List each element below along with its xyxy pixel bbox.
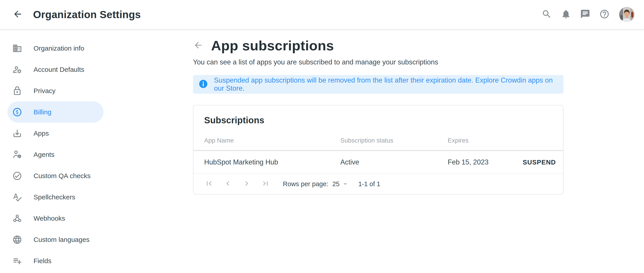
page-title: Organization Settings [33, 9, 141, 21]
bell-icon [561, 9, 571, 20]
last-page-icon [261, 179, 270, 189]
info-icon [198, 79, 208, 90]
sidebar-item-custom-languages[interactable]: Custom languages [8, 229, 104, 250]
person-gear-icon [12, 65, 22, 75]
card-title: Subscriptions [204, 115, 552, 125]
sidebar-item-label: Account Defaults [34, 66, 84, 73]
sidebar-item-billing[interactable]: Billing [8, 101, 104, 123]
user-avatar[interactable] [618, 6, 635, 23]
arrow-left-icon [193, 40, 203, 51]
main-content: App subscriptions You can see a list of … [193, 29, 564, 194]
pagination-range: 1-1 of 1 [358, 180, 380, 188]
sidebar-item-label: Privacy [34, 87, 56, 95]
chevron-left-icon [224, 179, 232, 189]
table-row: HubSpot Marketing Hub Active Feb 15, 202… [194, 151, 563, 174]
download-icon [12, 128, 22, 138]
banner-message[interactable]: Suspended app subscriptions will be remo… [214, 76, 558, 92]
back-button[interactable] [12, 10, 23, 20]
rows-per-page-value: 25 [332, 180, 340, 188]
sidebar-item-fields[interactable]: Fields [8, 250, 104, 271]
playlist-add-icon [12, 256, 22, 266]
cell-expires: Feb 15, 2023 [448, 158, 521, 166]
column-header-expires: Expires [448, 137, 558, 144]
rows-per-page-select[interactable]: 25 [332, 180, 349, 188]
sidebar-item-spellcheckers[interactable]: Spellcheckers [8, 186, 104, 208]
arrow-left-icon [12, 9, 23, 20]
topbar-actions [542, 6, 635, 23]
building-icon [12, 43, 22, 53]
settings-sidebar: Organization info Account Defaults Priva… [0, 29, 116, 271]
sidebar-item-label: Agents [34, 151, 54, 158]
previous-page-button[interactable] [223, 179, 233, 189]
sidebar-item-label: Webhooks [34, 215, 65, 222]
chevron-down-icon [342, 180, 349, 187]
search-icon [542, 9, 552, 20]
table-header-row: App Name Subscription status Expires [194, 137, 563, 150]
subscriptions-card: Subscriptions App Name Subscription stat… [193, 105, 564, 194]
globe-icon [12, 235, 22, 244]
first-page-button[interactable] [204, 179, 214, 189]
person-cube-icon [12, 150, 22, 160]
chat-icon [580, 9, 590, 20]
help-icon [599, 9, 610, 20]
sidebar-item-apps[interactable]: Apps [8, 123, 104, 144]
sidebar-item-webhooks[interactable]: Webhooks [8, 208, 104, 229]
info-banner: Suspended app subscriptions will be remo… [193, 75, 564, 94]
search-button[interactable] [542, 10, 552, 20]
sidebar-item-label: Apps [34, 130, 49, 137]
sidebar-item-label: Custom languages [34, 236, 90, 243]
sidebar-item-label: Organization info [34, 45, 84, 52]
chevron-right-icon [242, 179, 251, 189]
page-heading-row: App subscriptions [193, 38, 564, 53]
check-circle-icon [12, 171, 22, 181]
last-page-button[interactable] [260, 179, 270, 189]
pagination-bar: Rows per page: 25 1-1 of 1 [194, 174, 563, 194]
help-button[interactable] [599, 10, 610, 20]
rows-per-page-label: Rows per page: [283, 180, 328, 188]
sidebar-item-label: Custom QA checks [34, 172, 90, 180]
messages-button[interactable] [580, 10, 590, 20]
sidebar-item-custom-qa-checks[interactable]: Custom QA checks [8, 165, 104, 186]
cell-app-name: HubSpot Marketing Hub [204, 158, 340, 166]
sidebar-item-privacy[interactable]: Privacy [8, 80, 104, 101]
section-subtitle: You can see a list of apps you are subsc… [193, 58, 564, 66]
sidebar-item-agents[interactable]: Agents [8, 144, 104, 165]
next-page-button[interactable] [242, 179, 252, 189]
sidebar-item-label: Billing [34, 108, 52, 116]
column-header-subscription-status: Subscription status [340, 137, 448, 144]
notifications-button[interactable] [561, 10, 571, 20]
sidebar-item-label: Spellcheckers [34, 193, 75, 201]
lock-icon [12, 86, 22, 96]
webhook-icon [12, 213, 22, 223]
sidebar-item-label: Fields [34, 257, 52, 265]
sidebar-item-account-defaults[interactable]: Account Defaults [8, 59, 104, 80]
suspend-button[interactable]: SUSPEND [521, 157, 558, 167]
pagination-controls [204, 179, 270, 189]
column-header-app-name: App Name [204, 137, 340, 144]
subpage-back-button[interactable] [193, 41, 203, 51]
spellcheck-icon [12, 192, 22, 202]
topbar: Organization Settings [0, 0, 644, 29]
section-title: App subscriptions [211, 38, 334, 53]
cell-subscription-status: Active [340, 158, 448, 166]
dollar-circle-icon [12, 107, 22, 117]
sidebar-item-organization-info[interactable]: Organization info [8, 38, 104, 59]
first-page-icon [204, 179, 214, 189]
